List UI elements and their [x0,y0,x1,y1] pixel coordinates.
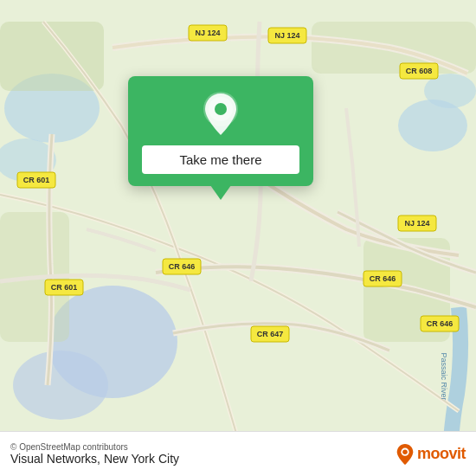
map-attribution: © OpenStreetMap contributors [10,442,179,452]
moovit-logo: moovit [396,443,466,466]
svg-text:CR 601: CR 601 [23,176,50,184]
bottom-left: © OpenStreetMap contributors Visual Netw… [10,442,179,466]
moovit-brand-name: moovit [417,445,466,463]
map-background: NJ 124 NJ 124 NJ 124 CR 608 CR 601 CR 60… [0,0,476,476]
location-name: Visual Networks, New York City [10,452,179,466]
moovit-pin-icon [396,443,415,466]
svg-text:NJ 124: NJ 124 [195,29,220,37]
svg-text:Passaic River: Passaic River [440,352,448,400]
bottom-bar: © OpenStreetMap contributors Visual Netw… [0,431,476,476]
svg-text:CR 601: CR 601 [51,283,78,292]
svg-text:CR 646: CR 646 [169,262,196,271]
svg-text:NJ 124: NJ 124 [274,31,299,40]
svg-point-36 [402,449,408,454]
map-container: NJ 124 NJ 124 NJ 124 CR 608 CR 601 CR 60… [0,0,476,476]
svg-text:CR 646: CR 646 [370,274,396,283]
svg-text:CR 608: CR 608 [406,67,433,75]
location-pin-icon [202,92,240,137]
svg-point-34 [215,103,227,115]
svg-text:CR 647: CR 647 [257,330,284,338]
svg-text:NJ 124: NJ 124 [404,219,429,228]
svg-text:CR 646: CR 646 [427,319,453,328]
svg-point-6 [13,351,108,420]
popup-card: Take me there [128,76,313,186]
take-me-there-button[interactable]: Take me there [142,145,299,174]
